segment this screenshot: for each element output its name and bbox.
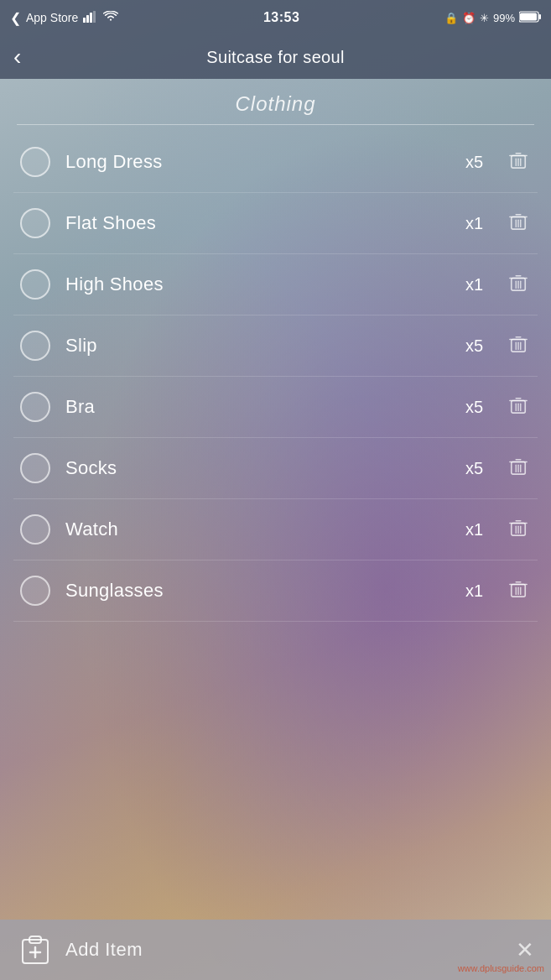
watermark: www.dplusguide.com bbox=[458, 963, 544, 973]
svg-rect-5 bbox=[539, 14, 542, 19]
delete-button[interactable] bbox=[506, 519, 531, 541]
status-right: 🔒 ⏰ ✳ 99% bbox=[444, 11, 541, 25]
status-left: ❮ App Store bbox=[10, 10, 118, 26]
status-bar: ❮ App Store 13:53 🔒 ⏰ ✳ 99% bbox=[0, 0, 551, 35]
app-store-label: App Store bbox=[26, 11, 78, 24]
add-item-icon bbox=[17, 931, 54, 968]
svg-rect-6 bbox=[520, 13, 537, 20]
list-item: Long Dress x5 bbox=[13, 132, 538, 193]
delete-button[interactable] bbox=[506, 335, 531, 357]
bluetooth-icon: ✳ bbox=[480, 12, 489, 24]
category-header: Clothing bbox=[0, 79, 551, 132]
delete-button[interactable] bbox=[506, 396, 531, 419]
close-button[interactable]: ✕ bbox=[516, 937, 534, 963]
status-time: 13:53 bbox=[263, 10, 299, 25]
main-content: Clothing Long Dress x5 Flat Shoes x1 bbox=[0, 79, 551, 920]
list-item: Flat Shoes x1 bbox=[13, 193, 538, 254]
list-item: Bra x5 bbox=[13, 377, 538, 438]
nav-bar: ‹ Suitcase for seoul bbox=[0, 35, 551, 79]
delete-button[interactable] bbox=[506, 580, 531, 602]
wifi-icon bbox=[103, 11, 118, 25]
battery-label: 99% bbox=[493, 12, 515, 24]
item-quantity: x1 bbox=[460, 275, 489, 295]
item-name: Flat Shoes bbox=[65, 212, 460, 234]
item-checkbox[interactable] bbox=[20, 453, 50, 483]
item-quantity: x5 bbox=[460, 336, 489, 356]
svg-rect-2 bbox=[90, 13, 92, 23]
lock-icon: 🔒 bbox=[444, 12, 458, 24]
item-checkbox[interactable] bbox=[20, 576, 50, 606]
list-item: Slip x5 bbox=[13, 315, 538, 377]
items-list: Long Dress x5 Flat Shoes x1 bbox=[0, 132, 551, 622]
item-quantity: x1 bbox=[460, 520, 489, 540]
item-quantity: x5 bbox=[460, 459, 489, 478]
item-quantity: x5 bbox=[460, 153, 489, 172]
item-checkbox[interactable] bbox=[20, 208, 50, 238]
item-name: Long Dress bbox=[65, 151, 460, 173]
item-quantity: x1 bbox=[460, 581, 489, 601]
page-title: Suitcase for seoul bbox=[206, 48, 344, 67]
list-item: Watch x1 bbox=[13, 499, 538, 560]
item-checkbox[interactable] bbox=[20, 514, 50, 545]
svg-rect-0 bbox=[83, 18, 86, 23]
item-name: Watch bbox=[65, 519, 460, 540]
signal-icon bbox=[83, 11, 98, 25]
add-item-label[interactable]: Add Item bbox=[65, 939, 516, 961]
battery-icon bbox=[519, 11, 541, 25]
delete-button[interactable] bbox=[506, 457, 531, 480]
svg-rect-3 bbox=[93, 11, 96, 23]
item-quantity: x1 bbox=[460, 214, 489, 233]
category-divider bbox=[17, 124, 534, 125]
item-name: Bra bbox=[65, 396, 460, 418]
back-app-icon: ❮ bbox=[10, 10, 21, 26]
item-checkbox[interactable] bbox=[20, 269, 50, 300]
item-checkbox[interactable] bbox=[20, 331, 50, 361]
delete-button[interactable] bbox=[506, 274, 531, 296]
category-title: Clothing bbox=[0, 92, 551, 116]
item-quantity: x5 bbox=[460, 398, 489, 417]
list-item: High Shoes x1 bbox=[13, 254, 538, 315]
item-checkbox[interactable] bbox=[20, 147, 50, 177]
back-button[interactable]: ‹ bbox=[13, 45, 21, 69]
alarm-icon: ⏰ bbox=[462, 12, 476, 24]
list-item: Sunglasses x1 bbox=[13, 560, 538, 622]
delete-button[interactable] bbox=[506, 212, 531, 235]
item-name: Socks bbox=[65, 457, 460, 479]
item-checkbox[interactable] bbox=[20, 392, 50, 422]
item-name: Sunglasses bbox=[65, 580, 460, 602]
list-item: Socks x5 bbox=[13, 438, 538, 499]
item-name: High Shoes bbox=[65, 274, 460, 295]
svg-rect-1 bbox=[86, 15, 89, 23]
delete-button[interactable] bbox=[506, 151, 531, 174]
item-name: Slip bbox=[65, 335, 460, 357]
